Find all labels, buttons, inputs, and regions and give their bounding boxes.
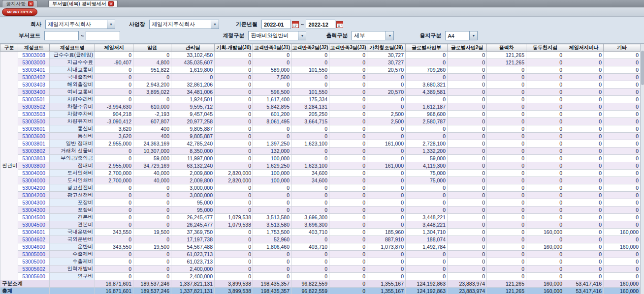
period-from-input[interactable]: 2022-01 [261,20,291,29]
tab-notice[interactable]: 공지사항 × [2,0,37,7]
column-header[interactable]: 글로벌사업2팀 [448,44,487,52]
table-row[interactable]: 53003500차량유지비-3,090,412607,80720,977,258… [0,118,641,125]
chevron-down-icon[interactable]: ▼ [469,31,477,40]
cell-account-code[interactable]: 53003601 [18,125,50,133]
table-row[interactable]: 53004602국외운반비0017,197,738052,96000887,91… [0,236,641,243]
tab-expense-report[interactable]: 부서별(세목) 경비명세서 × [48,0,118,7]
period-to-input[interactable]: 2022-12 [306,20,335,29]
table-row[interactable]: 53003800접대비2,955,00034,729,16963,132,240… [0,162,641,170]
table-row[interactable]: 53004600운반비343,55019,50054,567,48801,806… [0,243,641,251]
cell-account-code[interactable]: 53005602 [18,265,50,273]
column-header[interactable]: 관리팀 [171,44,215,52]
column-header[interactable]: 고객만족3팀(J3) [329,44,367,52]
vertical-scrollbar[interactable] [640,44,644,294]
table-row[interactable]: 53004300포장비0095,00000000000000 [0,199,641,206]
cell-account-code[interactable]: 53003801 [18,140,50,147]
chevron-down-icon[interactable]: ▼ [211,20,219,29]
table-row[interactable]: 53003400여비교통비03,895,02234,481,0060596,50… [0,88,641,96]
table-row[interactable]: 53003501차량수리비001,924,50101,617,400175,33… [0,96,641,103]
table-row[interactable]: 53005600연구비002,400,00000000000000 [0,273,641,280]
chevron-down-icon[interactable]: ▼ [298,31,306,40]
cell-account-code[interactable]: 53003000 [18,59,50,66]
table-row[interactable]: 53005000수출제비0061,023,71300000000000 [0,251,641,258]
column-header[interactable]: 플렉차 [487,44,526,52]
table-row[interactable]: 53004300포장비0095,00000000000000 [0,206,641,214]
cell-account-code[interactable]: 53003400 [18,88,50,96]
column-header[interactable]: 제일저지비나 [564,44,604,52]
cell-account-code[interactable]: 53003402 [18,74,50,81]
cell-account-code[interactable]: 53003503 [18,111,50,118]
total-row[interactable]: 총계16,871,601189,537,2461,337,821,1313,89… [0,288,641,294]
table-row[interactable]: 53005602인력개발비002,400,00000000000000 [0,265,641,273]
chevron-down-icon[interactable]: ▼ [386,31,393,40]
table-row[interactable]: 53003502차량주유비-3,994,630610,0009,595,7120… [0,103,641,111]
paper-type-select[interactable]: A4 ▼ [445,31,478,40]
table-row[interactable]: 53003401시내교통비0951,8221,619,8000589,00010… [0,66,641,74]
table-row[interactable]: 53005000수출제비0061,023,71300000000000 [0,258,641,265]
cell-account-code[interactable]: 53003401 [18,66,50,74]
column-header[interactable]: 기획.개발팀(J0) [215,44,253,52]
table-row[interactable]: 53004200광고선전비003,000,00000000000000 [0,192,641,199]
dept-code-from-input[interactable] [44,31,79,40]
table-row[interactable]: 53003802거래처 선물비010,307,0008,350,0000132,… [0,147,641,155]
menu-open-button[interactable]: MENU OPEN [2,8,37,16]
cell-account-code[interactable]: 53003403 [18,81,50,88]
cell-account-code[interactable]: 53004000 [18,177,50,184]
table-row[interactable]: 53003801일반 접대비2,955,00024,363,16942,785,… [0,140,641,147]
cell-account-code[interactable]: 53003008 [18,52,50,59]
column-header[interactable]: 임원 [133,44,171,52]
cell-account-code[interactable]: 53004500 [18,221,50,229]
cell-account-code[interactable]: 53005600 [18,273,50,280]
cell-account-code[interactable]: 53004500 [18,214,50,221]
column-header[interactable]: 계정코드 [18,44,50,52]
site-select[interactable]: 제일저지주식회사 ▼ [149,20,219,29]
column-header[interactable]: 글로벌사업부 [406,44,448,52]
cell-account-code[interactable]: 53004600 [18,243,50,251]
calendar-icon[interactable] [336,21,343,28]
cell-account-code[interactable]: 53004602 [18,236,50,243]
column-header[interactable]: 기타 [604,44,641,52]
column-header[interactable]: 고객만족2팀(J2) [291,44,329,52]
column-header[interactable]: 동두천지점 [526,44,564,52]
table-row[interactable]: 53004000도서인쇄비2,700,00040,0002,009,8002,8… [0,177,641,184]
table-row[interactable]: 53004500견본비0026,245,4771,079,5383,513,58… [0,214,641,221]
dept-code-to-input[interactable] [86,31,120,40]
cell-account-code[interactable]: 53004200 [18,192,50,199]
cell-account-code[interactable]: 53004000 [18,170,50,177]
cell-account-code[interactable]: 53004300 [18,199,50,206]
subtotal-row[interactable]: 구분소계16,871,601189,537,2461,337,821,1313,… [0,280,641,288]
close-icon[interactable]: × [28,1,33,6]
column-header[interactable]: 구분 [0,44,18,52]
cell-account-code[interactable]: 53003600 [18,133,50,140]
account-type-select[interactable]: 판매비와일반비 ▼ [248,31,306,40]
table-row[interactable]: 판관비53003008급수수료(클레임)0033,102,450000030,7… [0,52,641,59]
cell-account-code[interactable]: 53004200 [18,184,50,192]
cell-account-code[interactable]: 53003803 [18,155,50,162]
table-row[interactable]: 53004000도서인쇄비2,700,00040,0002,009,8002,8… [0,170,641,177]
scrollbar-thumb[interactable] [641,51,644,85]
cell-account-code[interactable]: 53005000 [18,258,50,265]
table-row[interactable]: 53004200광고선전비003,000,00000000000000 [0,184,641,192]
cell-account-code[interactable]: 53003502 [18,103,50,111]
column-header[interactable]: 제일저지 [95,44,133,52]
cell-account-code[interactable]: 53004601 [18,229,50,236]
cell-account-code[interactable]: 53003500 [18,118,50,125]
cell-account-code[interactable]: 53003800 [18,162,50,170]
column-header[interactable]: 가치창조팀(J9) [367,44,406,52]
table-row[interactable]: 53004601국내운반비343,55019,50037,369,75001,7… [0,229,641,236]
table-row[interactable]: 53003600통신비3,6204009,805,88700000000000 [0,133,641,140]
calendar-icon[interactable] [292,21,299,28]
chevron-down-icon[interactable]: ▼ [107,20,115,29]
column-header[interactable]: 고객만족1팀(J1) [253,44,291,52]
close-icon[interactable]: × [108,1,114,6]
cell-account-code[interactable]: 53005000 [18,251,50,258]
table-row[interactable]: 53003403해외출장비02,943,20032,861,206000003,… [0,81,641,88]
table-row[interactable]: 53004500견본비0026,245,4771,079,5383,513,58… [0,221,641,229]
table-row[interactable]: 53003000지급수수료-90,4074,800435,035,6070000… [0,59,641,66]
table-row[interactable]: 53003601통신비3,6204009,805,88700000000000 [0,125,641,133]
table-row[interactable]: 53003503차량주차비904,218-2,1939,457,0450601,… [0,111,641,118]
company-select[interactable]: 제일저지주식회사 ▼ [45,20,115,29]
cell-account-code[interactable]: 53003501 [18,96,50,103]
column-header[interactable]: 계정코드명 [50,44,95,52]
table-row[interactable]: 53003402국내출장비00007,500000000000 [0,74,641,81]
